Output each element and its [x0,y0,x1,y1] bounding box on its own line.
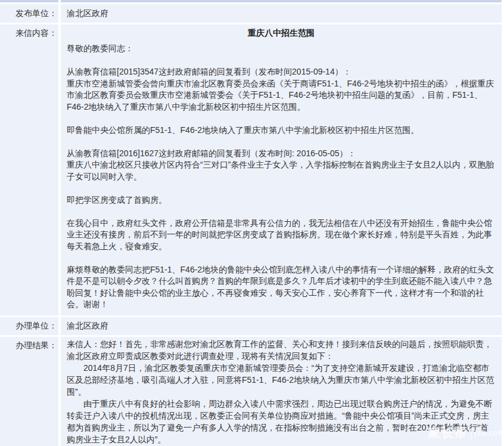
top-row-remnant-label [0,0,58,2]
letter-body: 尊敬的教委同志： 从渝教育信箱[2015]3547这封政府邮箱的回复看到（发布时… [67,43,496,311]
letter-content-cell: 重庆八中招生范围 尊敬的教委同志： 从渝教育信箱[2015]3547这封政府邮箱… [61,24,502,315]
letter-content-label: 来信内容： [0,24,58,315]
publish-unit-label: 发布单位： [0,4,58,23]
top-row-remnant-content [61,0,502,2]
handle-unit-value: 渝北区政府 [61,317,502,335]
letter-title: 重庆八中招生范围 [67,26,496,39]
handle-result-label: 办理结果： [0,337,58,446]
detail-table: 发布单位： 渝北区政府 来信内容： 重庆八中招生范围 尊敬的教委同志： 从渝教育… [0,0,504,446]
publish-unit-value: 渝北区政府 [61,4,502,23]
handle-unit-label: 办理单位： [0,317,58,335]
letter-detail-page: 发布单位： 渝北区政府 来信内容： 重庆八中招生范围 尊敬的教委同志： 从渝教育… [0,0,504,446]
handle-result-body: 来信人：您好！首先，非常感谢您对渝北区教育工作的监督、关心和支持！接到来信反映的… [61,337,502,446]
